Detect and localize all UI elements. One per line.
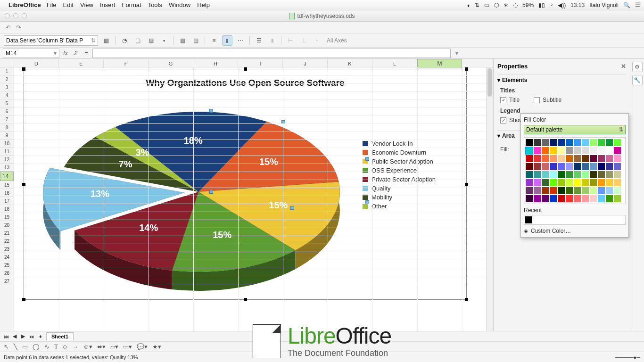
- undo-button[interactable]: ↶: [5, 24, 11, 31]
- palette-color[interactable]: [590, 163, 597, 170]
- menu-extras-icon[interactable]: ☰: [635, 2, 640, 8]
- dropbox-icon[interactable]: ⬧: [467, 2, 470, 8]
- chat-icon[interactable]: ◌: [513, 2, 518, 8]
- palette-color[interactable]: [614, 155, 621, 162]
- palette-color[interactable]: [542, 147, 549, 154]
- row-header-11[interactable]: 11: [0, 148, 14, 156]
- palette-color[interactable]: [542, 163, 549, 170]
- palette-color[interactable]: [558, 139, 565, 146]
- menu-file[interactable]: File: [47, 1, 57, 8]
- palette-color[interactable]: [582, 139, 589, 146]
- embedded-chart[interactable]: Why Organizations Use Open Source Softwa…: [24, 69, 467, 300]
- palette-color[interactable]: [566, 171, 573, 178]
- palette-color[interactable]: [566, 187, 573, 194]
- palette-color[interactable]: [582, 195, 589, 202]
- sum-icon[interactable]: Σ: [72, 50, 80, 57]
- row-header-24[interactable]: 24: [0, 253, 14, 261]
- sidebar-close-icon[interactable]: ✕: [621, 63, 626, 70]
- palette-color[interactable]: [606, 179, 613, 186]
- data-table-button[interactable]: ▦: [177, 35, 188, 46]
- palette-color[interactable]: [582, 155, 589, 162]
- row-header-22[interactable]: 22: [0, 237, 14, 245]
- col-header-F[interactable]: F: [104, 59, 149, 68]
- palette-color[interactable]: [574, 163, 581, 170]
- formula-input[interactable]: [92, 49, 451, 58]
- menu-tools[interactable]: Tools: [148, 1, 162, 8]
- row-header-14[interactable]: 14: [0, 172, 14, 181]
- custom-color-button[interactable]: ◈Custom Color…: [524, 228, 626, 234]
- chart-legend[interactable]: Vendor Lock-InEconomic DownturnPublic Se…: [363, 140, 457, 212]
- speech-tool-icon[interactable]: 💬▾: [137, 343, 148, 350]
- palette-color[interactable]: [558, 187, 565, 194]
- row-header-2[interactable]: 2: [0, 75, 14, 83]
- row-header-3[interactable]: 3: [0, 83, 14, 91]
- next-sheet-button[interactable]: ▶: [20, 333, 26, 339]
- col-header-H[interactable]: H: [193, 59, 238, 68]
- legend-item-5[interactable]: Quality: [363, 185, 457, 192]
- hgrid-major-button[interactable]: ≡: [209, 35, 219, 46]
- slice-handle[interactable]: [365, 157, 369, 161]
- legend-item-6[interactable]: Mobility: [363, 194, 457, 201]
- curve-tool-icon[interactable]: ∿: [44, 343, 50, 350]
- palette-color[interactable]: [574, 171, 581, 178]
- palette-color[interactable]: [598, 155, 605, 162]
- col-header-E[interactable]: E: [59, 59, 104, 68]
- hgrid-minor-button[interactable]: ⋯: [235, 35, 246, 46]
- palette-color[interactable]: [566, 147, 573, 154]
- row-header-21[interactable]: 21: [0, 229, 14, 237]
- y-axis-button[interactable]: ⊥: [298, 35, 309, 46]
- close-window-button[interactable]: [5, 13, 10, 18]
- sidebar-wrench-icon[interactable]: 🔧: [632, 75, 643, 85]
- sync-icon[interactable]: ⇅: [475, 2, 479, 8]
- menu-help[interactable]: Help: [197, 1, 210, 8]
- palette-color[interactable]: [566, 139, 573, 146]
- palette-color[interactable]: [606, 147, 613, 154]
- menu-format[interactable]: Format: [122, 1, 141, 8]
- diamond-tool-icon[interactable]: ◇: [63, 343, 67, 350]
- col-header-L[interactable]: L: [372, 59, 417, 68]
- palette-color[interactable]: [542, 179, 549, 186]
- palette-color[interactable]: [606, 155, 613, 162]
- slice-handle[interactable]: [209, 190, 213, 194]
- row-header-19[interactable]: 19: [0, 213, 14, 221]
- palette-color[interactable]: [606, 195, 613, 202]
- palette-color[interactable]: [574, 187, 581, 194]
- palette-color[interactable]: [526, 171, 533, 178]
- rect-tool-icon[interactable]: ▭: [22, 343, 28, 350]
- palette-color[interactable]: [614, 163, 621, 170]
- sidebar-settings-icon[interactable]: ⚙: [632, 62, 643, 72]
- palette-color[interactable]: [566, 155, 573, 162]
- color-palette-grid[interactable]: [524, 137, 626, 204]
- callout-tool-icon[interactable]: ▭▾: [123, 343, 132, 350]
- row-header-9[interactable]: 9: [0, 132, 14, 140]
- legend-item-3[interactable]: OSS Experience: [363, 167, 457, 174]
- legend-button[interactable]: ☰: [254, 35, 264, 46]
- add-sheet-button[interactable]: +: [37, 334, 44, 339]
- palette-color[interactable]: [574, 179, 581, 186]
- palette-color[interactable]: [598, 147, 605, 154]
- palette-color[interactable]: [542, 187, 549, 194]
- scale-text-button[interactable]: ⫴: [267, 35, 277, 46]
- sheet-tab-1[interactable]: Sheet1: [46, 332, 74, 340]
- minimize-window-button[interactable]: [13, 13, 18, 18]
- palette-color[interactable]: [534, 163, 541, 170]
- row-header-26[interactable]: 26: [0, 269, 14, 277]
- palette-color[interactable]: [550, 187, 557, 194]
- data-ranges-button[interactable]: ▤: [190, 35, 201, 46]
- palette-color[interactable]: [526, 187, 533, 194]
- palette-color[interactable]: [558, 155, 565, 162]
- spotlight-icon[interactable]: 🔍: [623, 2, 630, 8]
- palette-color[interactable]: [614, 179, 621, 186]
- palette-color[interactable]: [598, 195, 605, 202]
- clock[interactable]: 13:13: [570, 2, 585, 8]
- row-header-4[interactable]: 4: [0, 91, 14, 99]
- prev-sheet-button[interactable]: ◀: [11, 333, 18, 339]
- name-box[interactable]: M14▾: [3, 49, 59, 58]
- row-header-25[interactable]: 25: [0, 261, 14, 269]
- select-all-corner[interactable]: [0, 59, 14, 67]
- palette-color[interactable]: [574, 139, 581, 146]
- format-selection-button[interactable]: ▦: [101, 35, 111, 46]
- palette-color[interactable]: [614, 187, 621, 194]
- subtitle-checkbox[interactable]: [534, 97, 540, 103]
- row-header-15[interactable]: 15: [0, 181, 14, 189]
